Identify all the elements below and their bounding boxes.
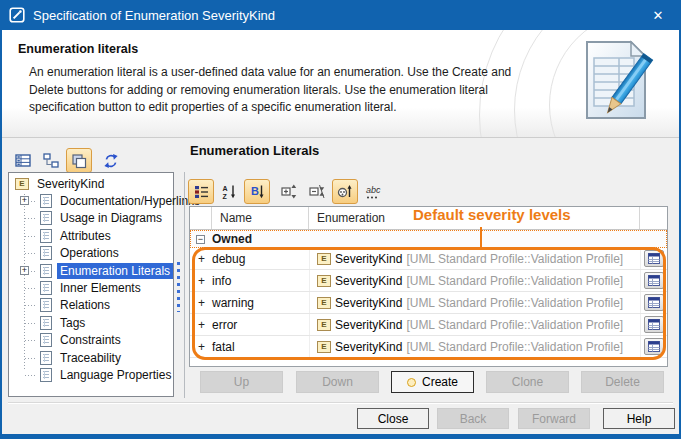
tree-item-documentation-hyperlinks[interactable]: + Documentation/Hyperlinks (9, 192, 173, 209)
spec-cell (640, 248, 667, 269)
table-header: Name Enumeration (190, 207, 667, 230)
row-expand-icon[interactable]: + (190, 318, 212, 332)
tree-item-label: Inner Elements (57, 280, 144, 296)
grid-view-button[interactable] (188, 179, 214, 204)
filter-by-name-button[interactable]: abc (360, 179, 390, 204)
open-specification-button[interactable] (644, 294, 664, 311)
panel-title: Enumeration Literals (190, 143, 319, 158)
header-name[interactable]: Name (212, 207, 309, 229)
properties-view-button[interactable] (10, 148, 36, 173)
sort-alphabetically-icon: A Z (222, 184, 237, 199)
back-button[interactable]: Back (437, 408, 509, 429)
spec-cell (640, 270, 667, 291)
table-row-warning[interactable]: + warning E SeverityKind [UML Standard P… (190, 292, 667, 314)
close-button[interactable]: Close (357, 408, 429, 429)
window-title: Specification of Enumeration SeverityKin… (33, 8, 275, 23)
titlebar: Specification of Enumeration SeverityKin… (0, 0, 681, 30)
collapse-toggle-icon[interactable]: − (196, 235, 205, 244)
page-icon (40, 316, 52, 330)
expand-nodes-button[interactable] (276, 179, 302, 204)
close-window-button[interactable]: ✕ (635, 0, 681, 30)
close-button-label: Close (378, 412, 409, 426)
open-specification-button[interactable] (644, 316, 664, 333)
tree-item-constraints[interactable]: Constraints (9, 332, 173, 349)
sort-by-type-button[interactable]: B (244, 179, 270, 204)
table-row-fatal[interactable]: + fatal E SeverityKind [UML Standard Pro… (190, 336, 667, 358)
show-inherited-button[interactable] (332, 179, 358, 204)
row-expand-icon[interactable]: + (190, 340, 212, 354)
banner-description: An enumeration literal is a user-defined… (29, 64, 549, 117)
refresh-button[interactable] (98, 148, 124, 173)
tree-item-operations[interactable]: Operations (9, 245, 173, 262)
help-button-label: Help (627, 412, 652, 426)
enumeration-name: SeverityKind (335, 296, 402, 310)
down-button[interactable]: Down (296, 371, 379, 393)
panel-divider (184, 172, 185, 398)
collapse-nodes-icon (309, 184, 325, 199)
open-specification-button[interactable] (644, 272, 664, 289)
specification-window-icon (648, 253, 660, 264)
tree-connector (25, 288, 37, 289)
tree-view-button[interactable] (38, 148, 64, 173)
footer-separator (8, 402, 673, 403)
back-button-label: Back (460, 412, 487, 426)
group-row-owned[interactable]: − Owned (190, 230, 667, 248)
table-row-debug[interactable]: + debug E SeverityKind [UML Standard Pro… (190, 248, 667, 270)
svg-text:Z: Z (222, 193, 227, 200)
create-button[interactable]: Create (391, 371, 474, 393)
tree-root-label: SeverityKind (34, 176, 107, 192)
specification-window-icon (648, 319, 660, 330)
tree-connector (25, 340, 37, 341)
svg-text:A: A (222, 185, 227, 192)
tree-item-traceability[interactable]: Traceability (9, 349, 173, 366)
clone-button[interactable]: Clone (486, 371, 569, 393)
enumeration-icon: E (317, 297, 331, 309)
tree-item-label: Enumeration Literals (57, 263, 173, 279)
tree-item-inner-elements[interactable]: Inner Elements (9, 279, 173, 296)
specification-window-icon (648, 297, 660, 308)
enumeration-name: SeverityKind (335, 340, 402, 354)
expand-toggle-icon[interactable]: + (20, 196, 29, 205)
page-icon (40, 298, 52, 312)
literal-name: info (212, 274, 309, 288)
tree-item-usage-in-diagrams[interactable]: Usage in Diagrams (9, 210, 173, 227)
tree-item-attributes[interactable]: Attributes (9, 227, 173, 244)
open-specification-button[interactable] (644, 250, 664, 267)
forward-button[interactable]: Forward (518, 408, 590, 429)
stacked-view-button[interactable] (66, 148, 92, 173)
table-row-error[interactable]: + error E SeverityKind [UML Standard Pro… (190, 314, 667, 336)
specification-window-icon (648, 275, 660, 286)
down-button-label: Down (322, 375, 353, 389)
sort-alphabetically-button[interactable]: A Z (216, 179, 242, 204)
header-expander-column (190, 207, 212, 229)
create-circle-icon (407, 378, 416, 387)
splitter-handle[interactable] (177, 262, 180, 312)
up-button-label: Up (234, 375, 249, 389)
profile-path: [UML Standard Profile::Validation Profil… (406, 340, 623, 354)
spec-cell (640, 336, 667, 357)
page-icon (40, 229, 52, 243)
tree-item-enumeration-literals[interactable]: + Enumeration Literals (9, 262, 173, 279)
profile-path: [UML Standard Profile::Validation Profil… (406, 318, 623, 332)
row-expand-icon[interactable]: + (190, 296, 212, 310)
header-enumeration[interactable]: Enumeration (309, 207, 640, 229)
forward-button-label: Forward (532, 412, 576, 426)
up-button[interactable]: Up (200, 371, 283, 393)
tree-item-relations[interactable]: Relations (9, 297, 173, 314)
tree-item-language-properties[interactable]: Language Properties (9, 366, 173, 383)
tree-item-label: Language Properties (57, 367, 174, 383)
help-button[interactable]: Help (603, 408, 675, 429)
tree-root-severitykind[interactable]: E SeverityKind (9, 175, 173, 192)
delete-button[interactable]: Delete (581, 371, 664, 393)
tree-item-tags[interactable]: Tags (9, 314, 173, 331)
collapse-nodes-button[interactable] (304, 179, 330, 204)
literal-name: warning (212, 296, 309, 310)
tree-item-label: Operations (57, 245, 122, 261)
open-specification-button[interactable] (644, 338, 664, 355)
row-expand-icon[interactable]: + (190, 274, 212, 288)
page-icon (40, 351, 52, 365)
table-row-info[interactable]: + info E SeverityKind [UML Standard Prof… (190, 270, 667, 292)
enumeration-icon: E (15, 178, 29, 190)
expand-toggle-icon[interactable]: + (20, 266, 29, 275)
row-expand-icon[interactable]: + (190, 252, 212, 266)
